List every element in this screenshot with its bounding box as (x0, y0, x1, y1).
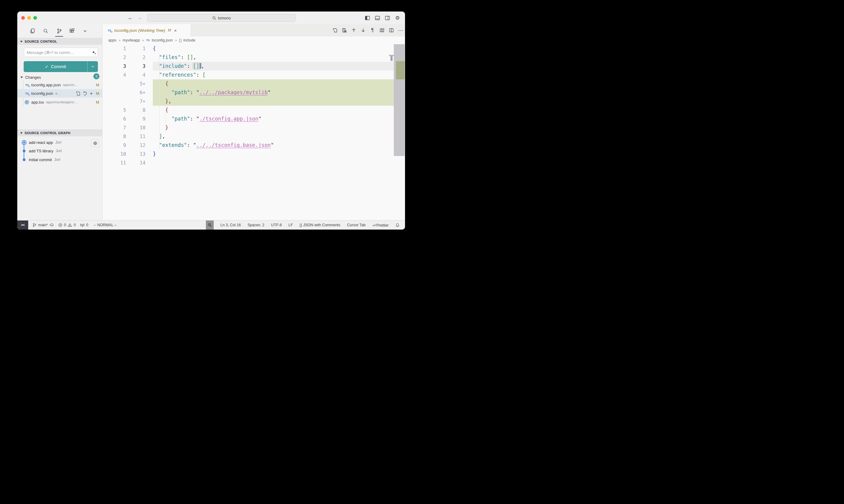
toggle-primary-sidebar-icon[interactable] (365, 15, 370, 21)
changed-file-row[interactable]: app.tsx apps/myviteapp/sr… M (17, 98, 102, 106)
code-text[interactable]: } (153, 123, 394, 132)
notifications-bell-icon[interactable] (395, 223, 400, 228)
chevron-down-icon[interactable] (81, 26, 89, 35)
encoding-item[interactable]: UTF-8 (271, 223, 282, 227)
code-text[interactable]: ], (153, 132, 394, 141)
tab-tsconfig-working-tree[interactable]: TS⚙ tsconfig.json (Working Tree) M × (102, 24, 191, 36)
commit-button[interactable]: ✓ Commit (24, 61, 98, 72)
code-text[interactable]: "references": [ (153, 71, 394, 79)
split-editor-icon[interactable] (389, 28, 394, 33)
tab-title: tsconfig.json (Working Tree) (114, 28, 165, 33)
commit-dropdown-button[interactable] (87, 61, 98, 72)
minimize-window-button[interactable] (27, 16, 31, 20)
code-text[interactable]: } (153, 150, 394, 158)
cursor-position-item[interactable]: Ln 3, Col 16 (220, 223, 241, 227)
branch-status-item[interactable]: main* (32, 223, 54, 227)
source-control-graph-section-header[interactable]: ▼ SOURCE CONTROL GRAPH (17, 129, 102, 136)
editor-group: TS⚙ tsconfig.json (Working Tree) M × ¶ ⋯… (102, 24, 405, 220)
stage-changes-icon[interactable]: + (90, 91, 93, 96)
code-text[interactable] (153, 158, 394, 167)
remote-indicator[interactable]: >< (17, 220, 28, 230)
language-item[interactable]: {} JSON with Comments (299, 223, 341, 227)
code-line[interactable]: 6+ "path": "../../packages/mytslib" (102, 88, 405, 97)
code-line[interactable]: 5+ { (102, 79, 405, 88)
diff-editor[interactable]: 11{22 "files": [],33 "include": [],44 "r… (102, 44, 405, 220)
goto-commit-target-icon[interactable] (91, 140, 99, 147)
code-text[interactable]: { (153, 106, 394, 114)
open-changes-icon[interactable] (332, 28, 338, 33)
zoom-indicator[interactable] (206, 220, 214, 230)
modified-line-number: 8 (126, 106, 145, 114)
problems-status-item[interactable]: 0 0 (58, 223, 76, 227)
source-control-section-header[interactable]: ▼ SOURCE CONTROL (17, 38, 102, 45)
code-text[interactable]: "path": "../../packages/mytslib" (153, 88, 394, 97)
breadcrumb-item-myviteapp[interactable]: myviteapp (123, 38, 140, 42)
inline-view-icon[interactable] (342, 28, 347, 33)
changes-section-header[interactable]: ▼ Changes 3 (17, 74, 102, 80)
vim-mode-indicator[interactable]: -- NORMAL -- (94, 223, 117, 227)
command-center-search[interactable]: tsmono (147, 14, 296, 22)
toggle-whitespace-icon[interactable]: ¶ (370, 28, 375, 33)
code-text[interactable]: "extends": "../../tsconfig.base.json" (153, 141, 394, 150)
commit-message-input[interactable]: Message (⌘⏎ to comm… ✦✦ (24, 48, 98, 57)
code-line[interactable]: 1114 (102, 158, 405, 167)
cursor-tab-item[interactable]: Cursor Tab (347, 223, 366, 227)
commit-row[interactable]: add react app Juri (17, 138, 102, 147)
commit-row[interactable]: add TS library Juri (17, 147, 102, 155)
code-line[interactable]: 44 "references": [ (102, 71, 405, 79)
gutter-line-numbers: 710 (102, 123, 153, 132)
code-text[interactable]: "files": [], (153, 53, 394, 62)
ts-file-icon: TS⚙ (25, 92, 29, 95)
discard-changes-icon[interactable] (83, 91, 87, 96)
code-line[interactable]: 7+ }, (102, 97, 405, 106)
code-text[interactable]: "include": [], (153, 62, 394, 71)
changed-file-row-selected[interactable]: TS⚙ tsconfig.json a… + M (17, 89, 102, 97)
breadcrumb-item-symbol[interactable]: include (184, 38, 195, 42)
code-line[interactable]: 811 ], (102, 132, 405, 141)
code-text[interactable]: { (153, 44, 394, 53)
explorer-icon[interactable] (28, 26, 37, 35)
next-change-icon[interactable] (360, 28, 366, 33)
breadcrumb-item-file[interactable]: tsconfig.json (152, 38, 172, 42)
modified-line-number: 2 (126, 53, 145, 62)
extensions-icon[interactable] (68, 26, 76, 35)
forward-arrow-icon[interactable]: → (136, 15, 143, 21)
code-text[interactable]: }, (153, 97, 394, 106)
modified-badge: M (94, 83, 101, 87)
previous-change-icon[interactable] (351, 28, 356, 33)
map-icon[interactable] (379, 28, 384, 33)
code-text[interactable]: "path": "./tsconfig.app.json" (153, 114, 394, 123)
code-line[interactable]: 58 { (102, 106, 405, 114)
back-arrow-icon[interactable]: ← (127, 15, 134, 21)
changed-file-row[interactable]: TS⚙ tsconfig.app.json apps/m… M (17, 80, 102, 89)
eol-item[interactable]: LF (288, 223, 293, 227)
gutter-line-numbers: 58 (102, 106, 153, 114)
zoom-window-button[interactable] (33, 16, 37, 20)
commit-row[interactable]: Initial commit Juri (17, 156, 102, 164)
ports-count: 0 (86, 223, 88, 227)
code-line[interactable]: 11{ (102, 44, 405, 53)
toggle-panel-icon[interactable] (375, 15, 380, 21)
gutter-line-numbers: 22 (102, 53, 153, 62)
ports-status-item[interactable]: 0 (80, 223, 88, 227)
breadcrumb-item-apps[interactable]: apps (108, 38, 116, 42)
code-line[interactable]: 912 "extends": "../../tsconfig.base.json… (102, 141, 405, 150)
code-line[interactable]: 22 "files": [], (102, 53, 405, 62)
formatter-item[interactable]: ✓✓Prettier (372, 223, 389, 228)
source-control-view-icon[interactable] (55, 26, 63, 35)
code-text[interactable]: { (153, 79, 394, 88)
code-line[interactable]: 1013} (102, 150, 405, 158)
code-line[interactable]: 710 } (102, 123, 405, 132)
file-name: tsconfig.app.json (31, 83, 61, 87)
close-tab-icon[interactable]: × (174, 28, 177, 33)
settings-gear-icon[interactable]: ⚙ (395, 15, 400, 21)
close-window-button[interactable] (21, 16, 25, 20)
code-line[interactable]: 69 "path": "./tsconfig.app.json" (102, 114, 405, 123)
search-view-icon[interactable] (41, 26, 50, 35)
open-file-icon[interactable] (76, 91, 80, 96)
copilot-sparkle-icon[interactable]: ✦✦ (92, 50, 95, 54)
more-actions-icon[interactable]: ⋯ (398, 28, 403, 33)
code-line[interactable]: 33 "include": [], (102, 62, 405, 71)
indentation-item[interactable]: Spaces: 2 (247, 223, 264, 227)
toggle-secondary-sidebar-icon[interactable] (385, 15, 390, 21)
